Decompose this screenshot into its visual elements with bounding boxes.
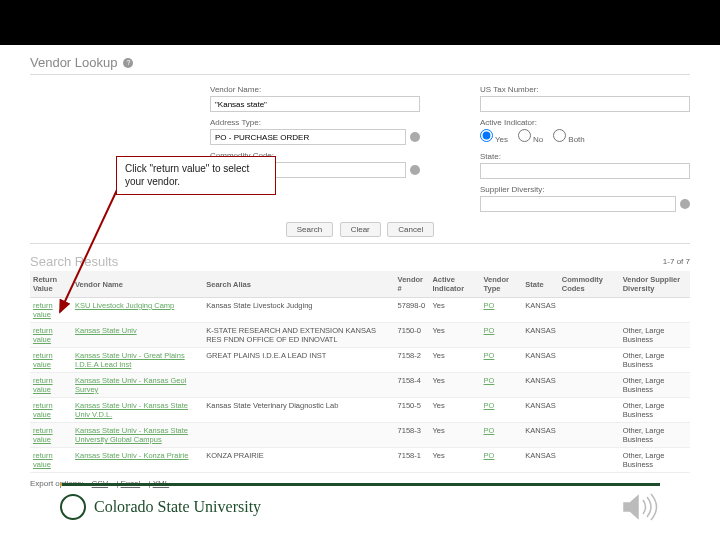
vendor-name-label: Vendor Name: — [210, 85, 420, 94]
cell-alias: GREAT PLAINS I.D.E.A LEAD INST — [203, 348, 394, 373]
active-indicator-radios: Yes No Both — [480, 129, 690, 146]
cancel-button[interactable]: Cancel — [387, 222, 434, 237]
return-value-link[interactable]: return value — [33, 426, 53, 444]
cell-supplier-div: Other, Large Business — [620, 348, 690, 373]
vendor-type-link[interactable]: PO — [484, 451, 495, 460]
cell-active: Yes — [429, 448, 480, 473]
vendor-name-link[interactable]: Kansas State Univ — [75, 326, 137, 335]
cell-supplier-div: Other, Large Business — [620, 398, 690, 423]
vendor-type-link[interactable]: PO — [484, 351, 495, 360]
state-input[interactable] — [480, 163, 690, 179]
cell-supplier-div: Other, Large Business — [620, 373, 690, 398]
col-active-indicator[interactable]: Active Indicator — [429, 271, 480, 298]
table-row: return valueKSU Livestock Judging CampKa… — [30, 298, 690, 323]
table-row: return valueKansas State UnivK-STATE RES… — [30, 323, 690, 348]
cell-commodity — [559, 373, 620, 398]
cell-supplier-div: Other, Large Business — [620, 423, 690, 448]
us-tax-input[interactable] — [480, 96, 690, 112]
cell-state: KANSAS — [522, 423, 558, 448]
cell-alias: Kansas State Veterinary Diagnostic Lab — [203, 398, 394, 423]
state-label: State: — [480, 152, 690, 161]
col-vendor-num[interactable]: Vendor # — [395, 271, 430, 298]
cell-alias: Kansas State Livestock Judging — [203, 298, 394, 323]
cell-alias: KONZA PRAIRIE — [203, 448, 394, 473]
divider — [30, 74, 690, 75]
vendor-type-link[interactable]: PO — [484, 326, 495, 335]
radio-no[interactable]: No — [518, 129, 543, 144]
cell-vendor-num: 7158-3 — [395, 423, 430, 448]
cell-commodity — [559, 298, 620, 323]
cell-active: Yes — [429, 398, 480, 423]
col-vendor-type[interactable]: Vendor Type — [481, 271, 523, 298]
us-tax-label: US Tax Number: — [480, 85, 690, 94]
cell-state: KANSAS — [522, 298, 558, 323]
col-return-value[interactable]: Return Value — [30, 271, 72, 298]
cell-vendor-num: 7158-1 — [395, 448, 430, 473]
cell-vendor-num: 57898-0 — [395, 298, 430, 323]
cell-vendor-num: 7150-0 — [395, 323, 430, 348]
csu-medallion-icon — [60, 494, 86, 520]
cell-state: KANSAS — [522, 373, 558, 398]
address-type-input[interactable] — [210, 129, 406, 145]
cell-alias: K-STATE RESEARCH AND EXTENSION KANSAS RE… — [203, 323, 394, 348]
audio-icon — [620, 492, 660, 522]
vendor-name-link[interactable]: Kansas State Univ - Kansas State Univ V.… — [75, 401, 188, 419]
vendor-type-link[interactable]: PO — [484, 376, 495, 385]
vendor-name-input[interactable] — [210, 96, 420, 112]
return-value-link[interactable]: return value — [33, 401, 53, 419]
cell-active: Yes — [429, 373, 480, 398]
lookup-icon[interactable] — [680, 199, 690, 209]
table-row: return valueKansas State Univ - Great Pl… — [30, 348, 690, 373]
cell-commodity — [559, 423, 620, 448]
table-row: return valueKansas State Univ - Kansas G… — [30, 373, 690, 398]
col-supplier-div[interactable]: Vendor Supplier Diversity — [620, 271, 690, 298]
cell-state: KANSAS — [522, 348, 558, 373]
radio-yes[interactable]: Yes — [480, 129, 508, 144]
vendor-type-link[interactable]: PO — [484, 426, 495, 435]
cell-vendor-num: 7150-5 — [395, 398, 430, 423]
vendor-name-link[interactable]: KSU Livestock Judging Camp — [75, 301, 174, 310]
search-results-title: Search Results — [30, 254, 118, 269]
lookup-icon[interactable] — [410, 165, 420, 175]
page-title-text: Vendor Lookup — [30, 55, 117, 70]
clear-button[interactable]: Clear — [340, 222, 381, 237]
help-icon[interactable]: ? — [123, 58, 133, 68]
col-state[interactable]: State — [522, 271, 558, 298]
cell-state: KANSAS — [522, 448, 558, 473]
cell-active: Yes — [429, 323, 480, 348]
cell-active: Yes — [429, 423, 480, 448]
return-value-link[interactable]: return value — [33, 451, 53, 469]
search-button[interactable]: Search — [286, 222, 333, 237]
col-vendor-name[interactable]: Vendor Name — [72, 271, 203, 298]
cell-vendor-num: 7158-2 — [395, 348, 430, 373]
return-value-link[interactable]: return value — [33, 351, 53, 369]
return-value-link[interactable]: return value — [33, 376, 53, 394]
cell-alias — [203, 423, 394, 448]
vendor-type-link[interactable]: PO — [484, 301, 495, 310]
vendor-name-link[interactable]: Kansas State Univ - Kansas Geol Survey — [75, 376, 186, 394]
page-title: Vendor Lookup ? — [30, 55, 690, 70]
vendor-name-link[interactable]: Kansas State Univ - Konza Prairie — [75, 451, 188, 460]
cell-commodity — [559, 348, 620, 373]
vendor-type-link[interactable]: PO — [484, 401, 495, 410]
return-value-link[interactable]: return value — [33, 301, 53, 319]
lookup-icon[interactable] — [410, 132, 420, 142]
cell-supplier-div — [620, 298, 690, 323]
radio-both[interactable]: Both — [553, 129, 584, 144]
vendor-name-link[interactable]: Kansas State Univ - Great Plains I.D.E.A… — [75, 351, 185, 369]
return-value-link[interactable]: return value — [33, 326, 53, 344]
instruction-callout: Click "return value" to select your vend… — [116, 156, 276, 195]
cell-vendor-num: 7158-4 — [395, 373, 430, 398]
table-row: return valueKansas State Univ - Kansas S… — [30, 423, 690, 448]
results-count: 1-7 of 7 — [663, 257, 690, 266]
supplier-diversity-input[interactable] — [480, 196, 676, 212]
col-commodity[interactable]: Commodity Codes — [559, 271, 620, 298]
vendor-name-link[interactable]: Kansas State Univ - Kansas State Univers… — [75, 426, 188, 444]
address-type-label: Address Type: — [210, 118, 420, 127]
active-indicator-label: Active Indicator: — [480, 118, 690, 127]
csu-logo: Colorado State University — [60, 494, 261, 520]
cell-commodity — [559, 323, 620, 348]
col-search-alias[interactable]: Search Alias — [203, 271, 394, 298]
footer: Colorado State University — [0, 483, 720, 522]
cell-supplier-div: Other, Large Business — [620, 323, 690, 348]
